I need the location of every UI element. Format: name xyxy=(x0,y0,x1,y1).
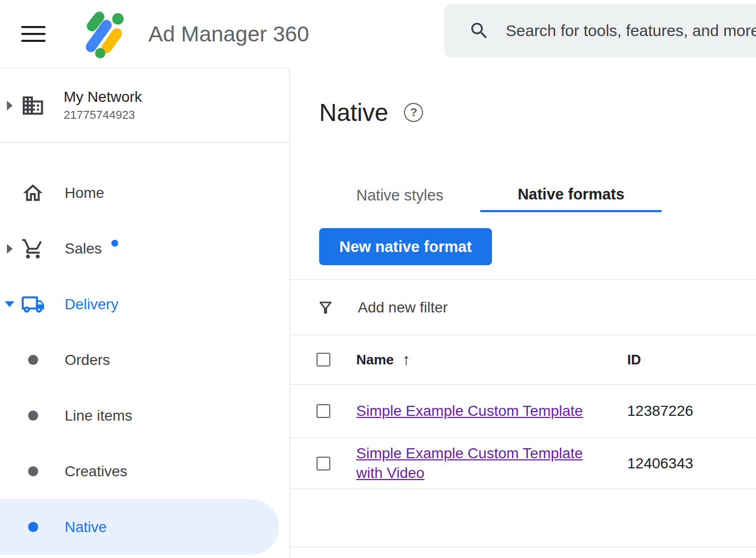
sidebar-item-delivery[interactable]: Delivery xyxy=(0,276,289,332)
ad-manager-logo-svg xyxy=(78,8,128,58)
building-icon-svg xyxy=(21,93,45,118)
row-checkbox[interactable] xyxy=(317,457,330,470)
sidebar-item-sales[interactable]: Sales xyxy=(0,221,289,276)
hamburger-bar xyxy=(21,40,46,42)
main-content: Native ? Native styles Native formats Ne… xyxy=(290,68,756,558)
sidebar-item-home[interactable]: Home xyxy=(0,165,289,221)
table-row: Simple Example Custom Template with Vide… xyxy=(290,438,756,489)
hamburger-bar xyxy=(21,33,46,35)
tabs: Native styles Native formats xyxy=(319,178,756,212)
table-row: Simple Example Custom Template 12387226 xyxy=(290,385,756,438)
bullet-icon xyxy=(28,411,38,421)
filter-funnel-icon xyxy=(317,299,335,317)
sidebar-item-label: Creatives xyxy=(65,463,127,480)
native-format-link[interactable]: Simple Example Custom Template xyxy=(356,402,583,421)
notification-dot xyxy=(111,240,118,247)
cart-icon-svg xyxy=(21,237,45,260)
column-header-id[interactable]: ID xyxy=(627,352,756,368)
sales-expand-caret-slot[interactable] xyxy=(0,244,19,254)
sidebar-item-line-items[interactable]: Line items xyxy=(0,388,289,443)
network-selector[interactable]: My Network 21775744923 xyxy=(0,68,289,143)
help-icon[interactable]: ? xyxy=(404,103,423,122)
page-title-row: Native ? xyxy=(319,99,756,126)
row-id-cell: 12406343 xyxy=(627,455,756,472)
bullet-icon xyxy=(28,466,38,476)
body-row: My Network 21775744923 Home xyxy=(0,68,756,558)
caret-down-icon xyxy=(5,301,14,307)
sidebar-item-label: Native xyxy=(65,519,107,536)
app-title: Ad Manager 360 xyxy=(148,22,309,47)
search-icon xyxy=(469,20,490,41)
row-name-cell: Simple Example Custom Template xyxy=(356,402,627,421)
page-head: Native ? Native styles Native formats Ne… xyxy=(290,68,756,280)
filter-bar[interactable]: Add new filter xyxy=(290,280,756,335)
truck-icon-svg xyxy=(21,292,45,317)
sidebar-item-creatives[interactable]: Creatives xyxy=(0,443,289,499)
home-icon-svg xyxy=(21,181,45,205)
sidebar-item-label: Sales xyxy=(65,240,102,257)
sidebar-item-label: Home xyxy=(65,185,104,202)
ad-manager-logo-icon xyxy=(78,8,128,58)
home-icon xyxy=(19,181,47,205)
network-building-icon xyxy=(19,93,47,118)
bullet-slot xyxy=(19,355,47,365)
add-new-filter-label[interactable]: Add new filter xyxy=(358,299,448,316)
column-header-name-label: Name xyxy=(356,352,394,368)
search-box[interactable] xyxy=(444,4,756,57)
network-id: 21775744923 xyxy=(64,108,142,122)
menu-hamburger-icon[interactable] xyxy=(21,23,46,45)
page-title: Native xyxy=(319,99,388,126)
caret-right-icon xyxy=(7,101,13,110)
sidebar: My Network 21775744923 Home xyxy=(0,68,290,558)
sidebar-item-label: Orders xyxy=(65,352,110,369)
sidebar-item-native[interactable]: Native xyxy=(0,499,279,555)
table-header-row: Name ↑ ID xyxy=(290,335,756,385)
network-expand-caret-slot[interactable] xyxy=(0,101,19,110)
cart-icon xyxy=(19,237,47,260)
select-all-checkbox[interactable] xyxy=(317,353,330,367)
tab-native-styles[interactable]: Native styles xyxy=(319,178,480,212)
row-name-cell: Simple Example Custom Template with Vide… xyxy=(356,444,627,483)
network-text: My Network 21775744923 xyxy=(64,89,142,122)
delivery-collapse-caret-slot[interactable] xyxy=(0,301,19,307)
hamburger-bar xyxy=(21,26,46,28)
native-format-link[interactable]: Simple Example Custom Template with Vide… xyxy=(356,444,606,483)
app-root: Ad Manager 360 My Network xyxy=(0,0,756,558)
table-empty-area xyxy=(290,489,756,547)
search-input[interactable] xyxy=(505,21,756,40)
caret-right-icon xyxy=(7,244,13,254)
bullet-slot xyxy=(19,411,47,421)
network-name: My Network xyxy=(64,89,142,106)
bullet-icon xyxy=(28,522,38,532)
new-native-format-button[interactable]: New native format xyxy=(319,228,492,265)
tab-native-formats[interactable]: Native formats xyxy=(480,178,661,212)
row-checkbox[interactable] xyxy=(317,404,330,418)
row-id-cell: 12387226 xyxy=(627,403,756,420)
column-header-name[interactable]: Name ↑ xyxy=(356,351,627,369)
sidebar-nav-list: Home Sales xyxy=(0,143,289,555)
sidebar-item-orders[interactable]: Orders xyxy=(0,332,289,388)
truck-icon xyxy=(19,292,47,317)
sidebar-item-label: Delivery xyxy=(65,296,118,313)
bullet-slot xyxy=(19,466,47,476)
bullet-slot xyxy=(19,522,47,532)
topbar: Ad Manager 360 xyxy=(0,0,756,68)
native-formats-table: Name ↑ ID Simple Example Custom Template… xyxy=(290,335,756,547)
sidebar-item-label: Line items xyxy=(65,407,133,424)
bullet-icon xyxy=(28,355,38,365)
sort-ascending-icon[interactable]: ↑ xyxy=(402,351,410,369)
